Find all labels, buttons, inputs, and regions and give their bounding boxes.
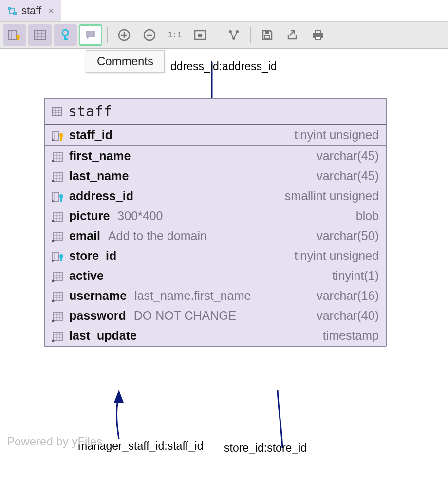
svg-rect-86 xyxy=(54,312,62,321)
svg-rect-5 xyxy=(17,37,19,40)
separator xyxy=(217,27,217,43)
comment-icon xyxy=(84,30,97,40)
key-icon xyxy=(60,29,71,41)
svg-rect-0 xyxy=(8,7,11,10)
column-comment: last_name.first_name xyxy=(134,289,251,303)
tab-bar: staff × xyxy=(0,0,448,22)
relation-label-right: store_id:store_id xyxy=(224,442,307,455)
svg-rect-40 xyxy=(54,152,62,161)
column-comment: DO NOT CHANGE xyxy=(134,309,237,323)
columns-key-icon xyxy=(8,30,21,40)
foreign-key-icon xyxy=(52,191,64,202)
view-mode-details-button[interactable] xyxy=(3,24,26,46)
column-name: email xyxy=(69,229,100,243)
table-staff[interactable]: staff staff_idtinyint unsignedfirst_name… xyxy=(44,98,387,347)
table-name: staff xyxy=(68,103,112,120)
column-last_name[interactable]: last_namevarchar(45) xyxy=(45,166,386,186)
show-comments-button[interactable] xyxy=(79,24,102,46)
column-username[interactable]: usernamelast_name.first_namevarchar(16) xyxy=(45,286,386,306)
svg-rect-80 xyxy=(54,292,62,301)
svg-rect-25 xyxy=(265,31,269,34)
column-email[interactable]: emailAdd to the domainvarchar(50) xyxy=(45,226,386,246)
view-mode-table-button[interactable] xyxy=(28,24,52,46)
zoom-actual-button[interactable]: 1:1 xyxy=(163,24,187,46)
diagram-icon xyxy=(7,6,18,16)
column-password[interactable]: passwordDO NOT CHANGEvarchar(40) xyxy=(45,306,386,326)
svg-rect-35 xyxy=(52,131,59,140)
column-picture[interactable]: picture300*400blob xyxy=(45,206,386,226)
svg-rect-92 xyxy=(54,332,62,341)
svg-rect-28 xyxy=(315,37,321,40)
close-icon[interactable]: × xyxy=(48,5,54,17)
column-icon xyxy=(52,151,64,162)
tab-staff[interactable]: staff × xyxy=(0,0,61,21)
column-store_id[interactable]: store_idtinyint unsigned xyxy=(45,246,386,266)
column-name: username xyxy=(69,289,127,303)
column-name: active xyxy=(69,269,104,283)
column-name: last_update xyxy=(69,329,137,343)
table-header[interactable]: staff xyxy=(45,99,386,125)
layout-button[interactable] xyxy=(222,24,245,46)
save-icon xyxy=(261,29,273,41)
column-name: first_name xyxy=(69,149,131,163)
column-name: password xyxy=(69,309,126,323)
column-type: varchar(40) xyxy=(317,309,379,323)
svg-marker-29 xyxy=(114,390,124,403)
svg-rect-63 xyxy=(54,232,62,241)
svg-rect-73 xyxy=(60,258,62,261)
zoom-in-button[interactable] xyxy=(112,24,136,46)
svg-rect-52 xyxy=(52,192,59,201)
zoom-out-button[interactable] xyxy=(138,24,161,46)
svg-rect-20 xyxy=(198,34,202,37)
column-type: timestamp xyxy=(323,329,379,343)
svg-rect-2 xyxy=(9,30,17,40)
svg-point-37 xyxy=(52,139,54,141)
column-address_id[interactable]: address_idsmallint unsigned xyxy=(45,186,386,206)
export-icon xyxy=(286,29,299,41)
column-comment: Add to the domain xyxy=(108,229,207,243)
tab-label: staff xyxy=(21,4,41,17)
svg-point-72 xyxy=(59,254,63,258)
zoom-out-icon xyxy=(143,29,156,41)
column-first_name[interactable]: first_namevarchar(45) xyxy=(45,146,386,166)
column-icon xyxy=(52,271,64,281)
fit-icon xyxy=(194,30,206,40)
print-button[interactable] xyxy=(306,24,330,46)
column-staff_id[interactable]: staff_idtinyint unsigned xyxy=(45,125,386,146)
column-type: blob xyxy=(356,209,379,223)
svg-rect-57 xyxy=(54,212,62,221)
export-button[interactable] xyxy=(281,24,304,46)
column-type: varchar(16) xyxy=(317,289,379,303)
svg-rect-1 xyxy=(13,12,17,15)
column-type: tinyint unsigned xyxy=(294,128,379,142)
svg-rect-39 xyxy=(60,137,62,141)
show-keys-button[interactable] xyxy=(54,24,77,46)
column-icon xyxy=(52,291,64,301)
diagram-canvas[interactable]: ddress_id:address_id Comments staff staf… xyxy=(0,49,448,481)
svg-point-54 xyxy=(52,200,54,202)
column-type: tinyint(1) xyxy=(332,269,379,283)
save-button[interactable] xyxy=(256,24,279,46)
svg-point-71 xyxy=(52,260,54,262)
watermark: Powered by yFiles xyxy=(7,435,102,448)
zoom-in-icon xyxy=(118,29,131,41)
separator xyxy=(107,27,108,43)
svg-rect-27 xyxy=(315,31,321,34)
column-icon xyxy=(52,331,64,341)
column-name: store_id xyxy=(69,249,116,263)
svg-rect-74 xyxy=(54,272,62,281)
fit-content-button[interactable] xyxy=(188,24,212,46)
foreign-key-icon xyxy=(52,251,64,261)
column-name: staff_id xyxy=(69,128,112,142)
svg-rect-13 xyxy=(64,38,68,40)
svg-rect-24 xyxy=(265,36,270,39)
column-type: varchar(45) xyxy=(317,169,379,183)
svg-rect-6 xyxy=(35,31,45,39)
separator xyxy=(250,27,251,43)
column-name: picture xyxy=(69,209,110,223)
column-last_update[interactable]: last_updatetimestamp xyxy=(45,326,386,346)
svg-rect-46 xyxy=(54,172,62,181)
relation-label-top: ddress_id:address_id xyxy=(170,60,277,73)
primary-key-icon xyxy=(52,130,64,141)
column-active[interactable]: activetinyint(1) xyxy=(45,266,386,286)
